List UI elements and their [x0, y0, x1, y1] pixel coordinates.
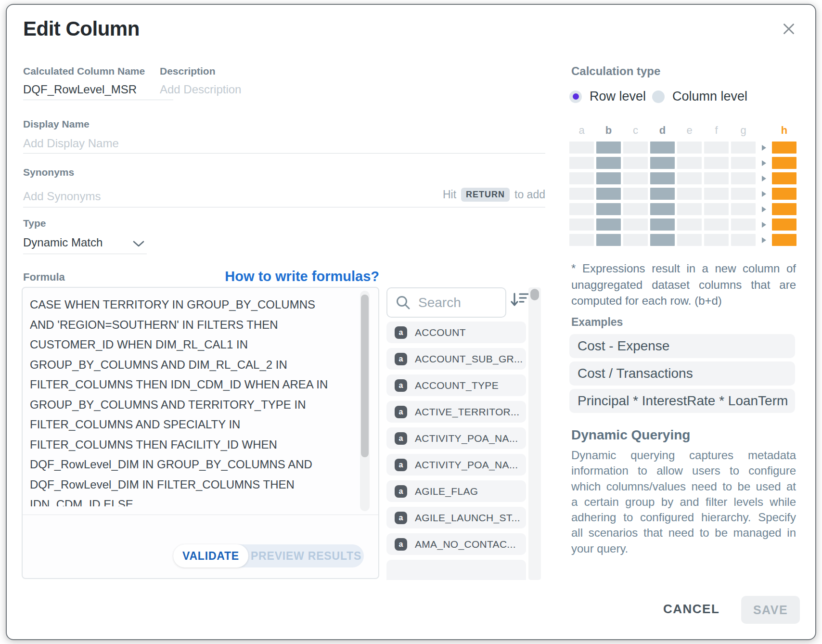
- sort-icon[interactable]: [508, 290, 529, 311]
- search-input[interactable]: Search: [386, 287, 506, 318]
- example-chip: Principal * InterestRate * LoanTerm: [569, 389, 795, 413]
- grid-cell-d: [650, 188, 675, 200]
- grid-row: [569, 188, 794, 200]
- grid-cell-g: [731, 157, 756, 169]
- grid-cell-h: [772, 203, 796, 215]
- formula-help-link[interactable]: How to write formulas?: [225, 269, 379, 284]
- column-name: AGILE_FLAG: [415, 486, 478, 497]
- preview-results-button[interactable]: PREVIEW RESULTS: [248, 544, 364, 567]
- description-underline: [160, 153, 545, 154]
- list-item[interactable]: a AMA_NO_CONTAC...: [386, 533, 526, 555]
- formula-input[interactable]: CASE WHEN TERRITORY IN GROUP_BY_COLUMNSA…: [30, 295, 328, 506]
- list-item-partial[interactable]: [386, 560, 526, 580]
- display-name-input[interactable]: Add Display Name: [23, 137, 119, 150]
- column-list: a ACCOUNT a ACCOUNT_SUB_GR... a ACCOUNT_…: [386, 322, 526, 580]
- grid-cell-c: [623, 172, 648, 184]
- grid-cell-d: [650, 172, 675, 184]
- page-title: Edit Column: [23, 17, 140, 40]
- attribute-type-icon: a: [395, 459, 407, 471]
- grid-cell-e: [677, 172, 702, 184]
- grid-arrow-cell: [758, 176, 770, 181]
- radio-row-level[interactable]: Row level: [569, 89, 646, 104]
- list-item[interactable]: a ACTIVITY_POA_NA...: [386, 454, 526, 476]
- formula-line: DQF_RowLevel_DIM IN FILTER_COLUMNS THEN: [30, 475, 328, 495]
- grid-letter-d: d: [650, 124, 675, 137]
- search-icon: [395, 295, 411, 311]
- close-icon[interactable]: [779, 19, 799, 39]
- calculation-grid: abcdefgh: [569, 124, 794, 249]
- grid-cell-h: [772, 188, 796, 200]
- list-item[interactable]: a ACTIVITY_POA_NA...: [386, 427, 526, 449]
- synonyms-input[interactable]: Add Synonyms: [23, 190, 101, 203]
- dq-line: your query.: [571, 541, 796, 556]
- grid-rows: [569, 142, 794, 246]
- grid-cell-a: [569, 142, 594, 154]
- grid-cell-a: [569, 157, 594, 169]
- save-button[interactable]: SAVE: [741, 596, 800, 624]
- list-item[interactable]: a ACCOUNT_SUB_GR...: [386, 348, 526, 370]
- formula-line: AND 'REGION=SOUTHERN' IN FILTERS THEN: [30, 315, 328, 335]
- calculated-column-name-label: Calculated Column Name: [23, 65, 145, 77]
- attribute-type-icon: a: [395, 538, 407, 551]
- grid-cell-f: [704, 172, 729, 184]
- note-line: * Expressions result in a new column of: [571, 260, 796, 277]
- dq-line: which columns/values need to be used at: [571, 479, 796, 494]
- grid-cell-c: [623, 142, 648, 154]
- list-item[interactable]: a ACCOUNT: [386, 322, 526, 343]
- grid-cell-e: [677, 219, 702, 231]
- formula-line: CUSTOMER_ID WHEN DIM_RL_CAL1 IN: [30, 335, 328, 355]
- list-scrollbar-thumb[interactable]: [530, 289, 539, 300]
- search-placeholder: Search: [418, 295, 461, 310]
- grid-cell-a: [569, 188, 594, 200]
- description-input[interactable]: Add Description: [160, 83, 241, 96]
- attribute-type-icon: a: [395, 379, 407, 392]
- grid-cell-g: [731, 219, 756, 231]
- column-name: ACCOUNT_SUB_GR...: [415, 353, 523, 365]
- grid-cell-d: [650, 219, 675, 231]
- type-select[interactable]: Dynamic Match: [23, 236, 103, 249]
- grid-cell-h: [772, 172, 796, 184]
- dq-line: Dynamic querying captures metadata: [571, 448, 796, 463]
- note-line: computed for each row. (b+d): [571, 293, 796, 309]
- grid-cell-d: [650, 203, 675, 215]
- calculated-column-name-underline: [23, 100, 173, 100]
- synonyms-hint: Hit RETURN to add: [443, 188, 545, 202]
- chevron-down-icon[interactable]: [133, 241, 144, 249]
- list-item[interactable]: a ACTIVE_TERRITOR...: [386, 401, 526, 423]
- formula-scrollbar-thumb[interactable]: [361, 295, 369, 457]
- grid-arrow-cell: [758, 145, 770, 151]
- type-underline: [23, 254, 147, 254]
- grid-cell-g: [731, 188, 756, 200]
- grid-cell-b: [596, 219, 621, 231]
- grid-row: [569, 219, 794, 231]
- grid-cell-h: [772, 157, 796, 169]
- grid-cell-h: [772, 142, 796, 154]
- formula-line: IDN_CDM_ID ELSE CUSTOMER_ID_ALL_PRESCRIB…: [30, 494, 328, 506]
- calculated-column-name-input[interactable]: DQF_RowLevel_MSR: [23, 83, 137, 96]
- cancel-button[interactable]: CANCEL: [663, 602, 719, 617]
- grid-cell-f: [704, 219, 729, 231]
- list-scrollbar-track[interactable]: [528, 287, 541, 580]
- display-name-underline: [23, 153, 173, 154]
- grid-cell-b: [596, 188, 621, 200]
- radio-unselected-icon: [652, 90, 665, 103]
- validate-button[interactable]: VALIDATE: [173, 544, 248, 567]
- dq-line: a certain group by and filter levels whi…: [571, 494, 796, 510]
- description-label: Description: [160, 65, 216, 77]
- formula-line: GROUP_BY_COLUMNS AND DIM_RL_CAL_2 IN: [30, 355, 328, 375]
- radio-column-level[interactable]: Column level: [652, 89, 747, 104]
- grid-cell-b: [596, 234, 621, 246]
- list-item[interactable]: a ACCOUNT_TYPE: [386, 374, 526, 396]
- triangle-right-icon: [762, 176, 766, 181]
- grid-cell-c: [623, 188, 648, 200]
- grid-cell-e: [677, 234, 702, 246]
- column-name: ACCOUNT: [415, 327, 466, 338]
- synonyms-underline: [23, 207, 545, 207]
- grid-row: [569, 157, 794, 169]
- formula-divider: [22, 515, 379, 515]
- grid-cell-c: [623, 234, 648, 246]
- list-item[interactable]: a AGILE_FLAG: [386, 480, 526, 502]
- triangle-right-icon: [762, 222, 766, 228]
- column-name: AGILE_LAUNCH_ST...: [415, 512, 520, 524]
- list-item[interactable]: a AGILE_LAUNCH_ST...: [386, 507, 526, 528]
